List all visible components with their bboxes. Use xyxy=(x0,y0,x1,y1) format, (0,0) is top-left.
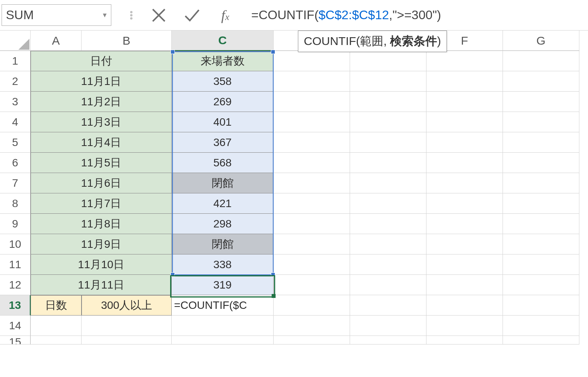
tooltip-arg2[interactable]: 検索条件 xyxy=(390,34,437,47)
cell[interactable] xyxy=(274,275,350,295)
date-cell[interactable]: 11月6日 xyxy=(31,173,172,193)
cancel-button[interactable] xyxy=(142,4,175,27)
cell[interactable] xyxy=(350,254,426,275)
date-cell[interactable]: 11月10日 xyxy=(31,254,172,275)
cell[interactable] xyxy=(274,153,350,173)
date-cell[interactable]: 11月7日 xyxy=(31,193,172,214)
cell[interactable] xyxy=(426,316,503,336)
row-header-4[interactable]: 4 xyxy=(0,112,31,132)
row-header-2[interactable]: 2 xyxy=(0,71,31,92)
cell[interactable] xyxy=(274,51,350,71)
cell[interactable] xyxy=(172,316,274,336)
select-all-corner[interactable] xyxy=(0,31,31,51)
formula-input[interactable]: =COUNTIF($C$2:$C$12,">=300") xyxy=(242,8,586,22)
cell[interactable] xyxy=(274,234,350,254)
tooltip-arg1[interactable]: 範囲 xyxy=(360,34,383,47)
visitor-cell[interactable]: 269 xyxy=(172,92,274,112)
cell[interactable] xyxy=(426,92,503,112)
row-header-7[interactable]: 7 xyxy=(0,173,31,193)
cell[interactable] xyxy=(274,92,350,112)
column-header-C[interactable]: C xyxy=(172,31,274,51)
cell[interactable] xyxy=(172,336,274,345)
cell[interactable] xyxy=(503,153,579,173)
cell[interactable] xyxy=(350,214,426,234)
cell[interactable] xyxy=(426,214,503,234)
date-cell[interactable]: 11月8日 xyxy=(31,214,172,234)
cell[interactable] xyxy=(82,336,172,345)
cell[interactable] xyxy=(503,254,579,275)
column-header-G[interactable]: G xyxy=(503,31,579,51)
cell[interactable] xyxy=(503,173,579,193)
cell[interactable] xyxy=(503,92,579,112)
visitor-cell[interactable]: 568 xyxy=(172,153,274,173)
cell[interactable] xyxy=(274,193,350,214)
date-cell[interactable]: 11月9日 xyxy=(31,234,172,254)
cell[interactable] xyxy=(503,214,579,234)
row-header-14[interactable]: 14 xyxy=(0,316,31,336)
fx-icon[interactable]: fx xyxy=(209,7,242,23)
cell[interactable] xyxy=(350,234,426,254)
row-header-15[interactable]: 15 xyxy=(0,336,31,345)
summary-label-days[interactable]: 日数 xyxy=(31,295,82,316)
row-header-9[interactable]: 9 xyxy=(0,214,31,234)
visitor-cell[interactable]: 338 xyxy=(172,254,274,275)
cell[interactable] xyxy=(426,275,503,295)
cell[interactable] xyxy=(426,254,503,275)
cell[interactable] xyxy=(503,51,579,71)
name-box[interactable]: SUM ▼ xyxy=(2,4,111,26)
visitor-cell[interactable]: 閉館 xyxy=(172,234,274,254)
cell[interactable] xyxy=(350,153,426,173)
cell[interactable] xyxy=(350,51,426,71)
cell[interactable] xyxy=(274,71,350,92)
cell[interactable] xyxy=(426,173,503,193)
date-cell[interactable]: 11月4日 xyxy=(31,132,172,153)
cell[interactable] xyxy=(350,132,426,153)
cell[interactable] xyxy=(426,153,503,173)
cell[interactable] xyxy=(274,112,350,132)
cell[interactable] xyxy=(426,234,503,254)
enter-button[interactable] xyxy=(175,4,209,27)
cell[interactable] xyxy=(350,316,426,336)
row-header-10[interactable]: 10 xyxy=(0,234,31,254)
spreadsheet-grid[interactable]: ABCDEFG1日付来場者数211月1日358311月2日269411月3日40… xyxy=(0,31,588,356)
visitor-cell[interactable]: 298 xyxy=(172,214,274,234)
cell[interactable] xyxy=(503,316,579,336)
row-header-11[interactable]: 11 xyxy=(0,254,31,275)
column-header-B[interactable]: B xyxy=(82,31,172,51)
cell[interactable] xyxy=(274,336,350,345)
row-header-3[interactable]: 3 xyxy=(0,92,31,112)
visitor-cell[interactable]: 367 xyxy=(172,132,274,153)
date-cell[interactable]: 11月11日 xyxy=(31,275,172,295)
cell[interactable] xyxy=(426,295,503,316)
cell[interactable] xyxy=(350,173,426,193)
cell[interactable] xyxy=(274,173,350,193)
date-cell[interactable]: 11月2日 xyxy=(31,92,172,112)
row-header-5[interactable]: 5 xyxy=(0,132,31,153)
cell[interactable] xyxy=(503,295,579,316)
visitor-cell[interactable]: 閉館 xyxy=(172,173,274,193)
visitor-cell[interactable]: 421 xyxy=(172,193,274,214)
chevron-down-icon[interactable]: ▼ xyxy=(102,12,108,19)
cell[interactable] xyxy=(350,112,426,132)
cell[interactable] xyxy=(426,193,503,214)
cell[interactable] xyxy=(503,132,579,153)
cell[interactable] xyxy=(274,132,350,153)
cell[interactable] xyxy=(503,71,579,92)
cell[interactable] xyxy=(274,254,350,275)
date-cell[interactable]: 11月3日 xyxy=(31,112,172,132)
cell[interactable] xyxy=(503,112,579,132)
cell[interactable] xyxy=(350,295,426,316)
cell[interactable] xyxy=(274,295,350,316)
cell[interactable] xyxy=(426,112,503,132)
header-date[interactable]: 日付 xyxy=(31,51,172,71)
cell[interactable] xyxy=(426,71,503,92)
cell[interactable] xyxy=(503,234,579,254)
row-header-1[interactable]: 1 xyxy=(0,51,31,71)
row-header-6[interactable]: 6 xyxy=(0,153,31,173)
visitor-cell[interactable]: 319 xyxy=(172,275,274,295)
cell[interactable] xyxy=(426,336,503,345)
cell[interactable] xyxy=(31,316,82,336)
cell[interactable] xyxy=(350,71,426,92)
cell[interactable] xyxy=(426,132,503,153)
cell[interactable] xyxy=(503,193,579,214)
